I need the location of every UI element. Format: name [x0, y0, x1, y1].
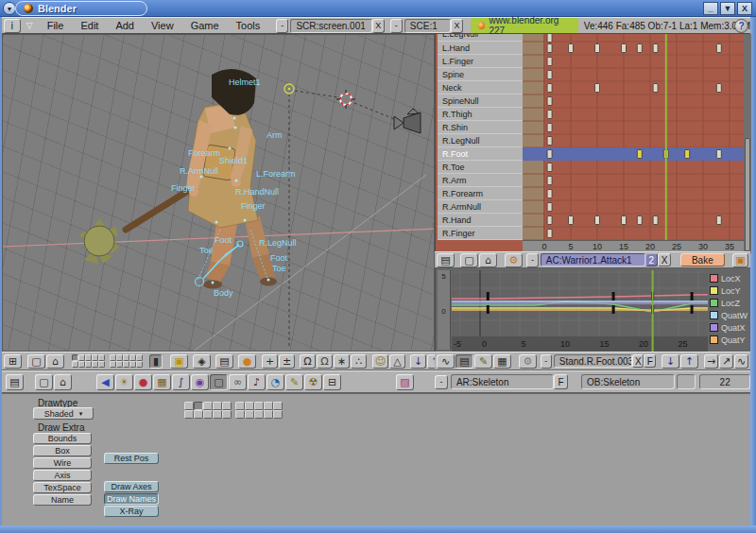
keyframe[interactable]	[595, 216, 600, 225]
bone-layer-1[interactable]	[184, 402, 194, 410]
menu-item-view[interactable]: View	[143, 20, 182, 31]
translate-manipulator-icon[interactable]: +	[262, 354, 278, 369]
keyframe[interactable]	[716, 150, 721, 159]
ipo-fake-user-button[interactable]: F	[644, 354, 656, 368]
keyframe[interactable]	[716, 216, 721, 225]
ipo-curve-editor[interactable]: 5 0 -50510152025 LocXLocYLocZQuatWQuatXQ…	[435, 268, 750, 352]
curve-key[interactable]	[487, 305, 490, 314]
collapse-arrow-icon[interactable]: ▽	[21, 21, 39, 30]
pin-icon[interactable]: ⚙	[519, 354, 537, 369]
scene-collapse-button[interactable]: -	[390, 19, 403, 33]
channel-r.foot[interactable]: R.Foot	[438, 147, 523, 161]
keyframe[interactable]	[637, 44, 642, 53]
draw-extra-axis-button[interactable]: Axis	[33, 470, 92, 481]
curve-arrow-icon[interactable]: ∿	[437, 354, 455, 369]
ipo-delete-button[interactable]: X	[632, 354, 644, 368]
curve-key[interactable]	[612, 292, 615, 301]
rotate-manipulator-icon[interactable]: Ω	[300, 354, 316, 369]
plus-minus-icon[interactable]: ±	[279, 354, 295, 369]
world-buttons-icon[interactable]: ◉	[191, 374, 209, 390]
action-collapse-button[interactable]: -	[526, 253, 539, 267]
home-icon[interactable]: ⌂	[479, 253, 497, 267]
armature-collapse-button[interactable]: -	[435, 375, 448, 389]
screen-field[interactable]: SCR:screen.001	[290, 19, 371, 33]
key-down-icon[interactable]: ↓	[410, 354, 426, 369]
x-ray-button[interactable]: X-Ray	[104, 506, 159, 517]
draw-extra-texspace-button[interactable]: TexSpace	[33, 482, 92, 493]
ipo-collapse-button[interactable]: -	[541, 354, 552, 369]
bone-layer-4[interactable]	[213, 402, 222, 410]
camera[interactable]	[394, 109, 421, 133]
action-name-field[interactable]: AC:Warrior1.Attack1	[541, 253, 645, 266]
fullscreen-icon[interactable]: ▢	[27, 354, 45, 369]
object-buttons-icon[interactable]: ▢	[210, 374, 228, 390]
layer-9[interactable]	[129, 361, 136, 368]
lock-icon[interactable]: ▮	[149, 354, 163, 369]
screen-delete-button[interactable]: X	[372, 19, 385, 33]
bone-layer-4[interactable]	[264, 402, 273, 410]
keyframe[interactable]	[595, 44, 600, 53]
arrow-right-icon[interactable]: →	[704, 354, 718, 369]
keyframe[interactable]	[547, 84, 552, 93]
layer-2[interactable]	[78, 354, 85, 361]
draw-names-button[interactable]: Draw Names	[104, 493, 159, 505]
pin-icon[interactable]: ⚙	[505, 253, 523, 267]
bone-layer-10[interactable]	[273, 410, 283, 419]
home-icon[interactable]: ⌂	[54, 374, 72, 390]
fullscreen-icon[interactable]: ▢	[35, 374, 53, 390]
draw-extra-wire-button[interactable]: Wire	[33, 457, 92, 469]
key-up-icon[interactable]: ↑	[680, 354, 698, 369]
bone-layer-9[interactable]	[213, 410, 222, 419]
keyframe[interactable]	[637, 150, 642, 159]
3d-viewport[interactable]: Helmet1ArmForearmShield1R.ArmNullL.Forea…	[2, 34, 435, 352]
panels-menu-icon[interactable]: ⊟	[323, 374, 341, 390]
keyframe[interactable]	[547, 150, 552, 159]
legend-quatw[interactable]: QuatW	[710, 309, 750, 321]
keyframe[interactable]	[716, 84, 721, 93]
legend-locy[interactable]: LocY	[710, 284, 750, 297]
bone-layer-9[interactable]	[264, 410, 273, 419]
layer-2[interactable]	[116, 354, 123, 361]
keyframe[interactable]	[547, 230, 552, 238]
fullscreen-icon[interactable]: ▢	[460, 253, 478, 267]
legend-locx[interactable]: LocX	[710, 272, 750, 284]
channel-spine[interactable]: Spine	[438, 68, 523, 81]
keyframe[interactable]	[622, 216, 627, 225]
keyframe[interactable]	[685, 150, 690, 159]
scene-delete-button[interactable]: X	[451, 19, 463, 33]
bone-layer-3[interactable]	[254, 402, 264, 410]
channel-r.legnull[interactable]: R.LegNull	[438, 134, 523, 147]
sound-buttons-icon[interactable]: ♪	[248, 374, 266, 390]
menu-item-file[interactable]: File	[39, 20, 73, 31]
home-icon[interactable]: ⌂	[46, 354, 64, 369]
draw-extra-bounds-button[interactable]: Bounds	[33, 433, 92, 444]
scrollbar-handle[interactable]	[745, 138, 750, 251]
keyframe[interactable]	[547, 203, 552, 212]
action-editor[interactable]: L.LegNullL.HandL.FingerSpineNeckSpineNul…	[435, 34, 750, 251]
scene-field[interactable]: SCE:1	[404, 19, 451, 33]
legend-quaty[interactable]: QuatY	[710, 334, 750, 346]
channel-l.legnull[interactable]: L.LegNull	[438, 34, 523, 42]
draw-axes-button[interactable]: Draw Axes	[104, 481, 159, 492]
ipo-buttons-icon[interactable]: ∫	[172, 374, 190, 390]
channel-r.arm[interactable]: R.Arm	[438, 174, 523, 187]
arrow-diag-icon[interactable]: ↗	[719, 354, 733, 369]
bone-layer-7[interactable]	[245, 410, 254, 419]
viewport-type-menu[interactable]: ⊞	[4, 354, 22, 369]
action-scrollbar[interactable]	[744, 34, 751, 253]
keyframe[interactable]	[547, 163, 552, 172]
window-type-menu[interactable]: ▤	[6, 374, 24, 390]
curve-key[interactable]	[691, 305, 694, 314]
channel-l.finger[interactable]: L.Finger	[438, 55, 523, 68]
key-down-icon[interactable]: ↓	[662, 354, 679, 369]
layer-6[interactable]	[72, 361, 78, 368]
clock-icon[interactable]: ☺	[372, 354, 388, 369]
keyframe[interactable]	[547, 34, 552, 43]
layer-5[interactable]	[136, 354, 143, 361]
action-timeline[interactable]: 05101520253035	[523, 240, 744, 251]
help-button[interactable]: ?	[734, 19, 748, 33]
curve-key[interactable]	[691, 292, 694, 301]
current-frame-field[interactable]: 22	[699, 374, 750, 389]
layer-3[interactable]	[123, 354, 129, 361]
keyframe[interactable]	[547, 177, 552, 185]
